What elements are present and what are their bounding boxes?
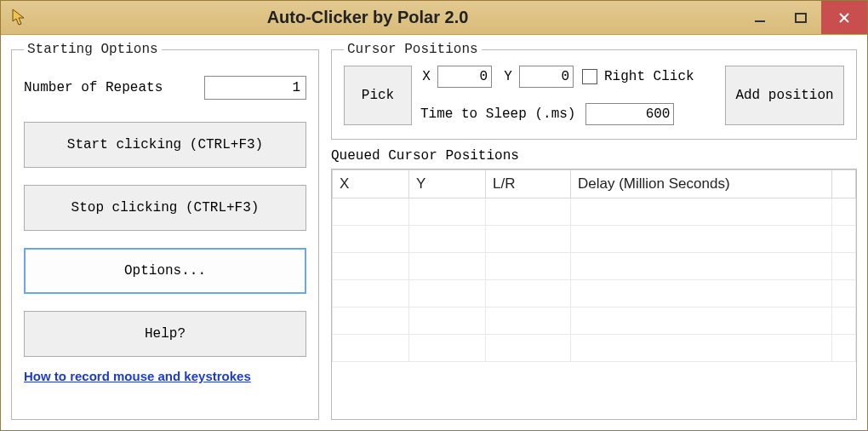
how-to-record-link[interactable]: How to record mouse and keystrokes: [24, 369, 306, 383]
client-area: Starting Options Number of Repeats Start…: [1, 35, 867, 430]
right-pane: Cursor Positions Pick X Y Right Click Ti…: [331, 42, 857, 420]
col-lr[interactable]: L/R: [486, 170, 571, 198]
x-input[interactable]: [437, 66, 492, 88]
col-spacer: [832, 170, 856, 198]
starting-options-group: Starting Options Number of Repeats Start…: [11, 42, 319, 420]
svg-rect-1: [796, 14, 806, 22]
table-row: [333, 307, 856, 335]
right-click-checkbox[interactable]: [582, 69, 597, 84]
x-label: X: [420, 69, 432, 84]
queued-positions-table[interactable]: X Y L/R Delay (Million Seconds): [331, 169, 857, 420]
col-x[interactable]: X: [333, 170, 409, 198]
cursor-positions-legend: Cursor Positions: [344, 42, 482, 57]
add-position-button[interactable]: Add position: [725, 66, 844, 125]
y-label: Y: [502, 69, 514, 84]
window-controls: [740, 1, 867, 34]
table-row: [333, 198, 856, 226]
maximize-button[interactable]: [780, 1, 821, 34]
table-row: [333, 253, 856, 280]
close-button[interactable]: [821, 1, 867, 34]
start-clicking-button[interactable]: Start clicking (CTRL+F3): [24, 122, 306, 168]
cursor-positions-group: Cursor Positions Pick X Y Right Click Ti…: [331, 42, 857, 140]
repeats-row: Number of Repeats: [24, 76, 306, 100]
window-title: Auto-Clicker by Polar 2.0: [0, 8, 740, 27]
queued-positions-label: Queued Cursor Positions: [331, 148, 857, 164]
sleep-label: Time to Sleep (.ms): [420, 106, 575, 122]
repeats-input[interactable]: [204, 76, 306, 100]
col-y[interactable]: Y: [409, 170, 486, 198]
col-delay[interactable]: Delay (Million Seconds): [571, 170, 832, 198]
y-input[interactable]: [519, 66, 574, 88]
table-row: [333, 280, 856, 307]
starting-options-legend: Starting Options: [24, 42, 162, 57]
stop-clicking-button[interactable]: Stop clicking (CTRL+F3): [24, 185, 306, 231]
minimize-button[interactable]: [740, 1, 780, 34]
sleep-input[interactable]: [585, 103, 674, 125]
options-button[interactable]: Options...: [24, 248, 306, 294]
table-row: [333, 226, 856, 253]
help-button[interactable]: Help?: [24, 311, 306, 357]
pick-button[interactable]: Pick: [344, 66, 412, 125]
titlebar: Auto-Clicker by Polar 2.0: [1, 1, 867, 35]
table-row: [333, 335, 856, 362]
right-click-label: Right Click: [604, 69, 694, 84]
repeats-label: Number of Repeats: [24, 80, 204, 95]
